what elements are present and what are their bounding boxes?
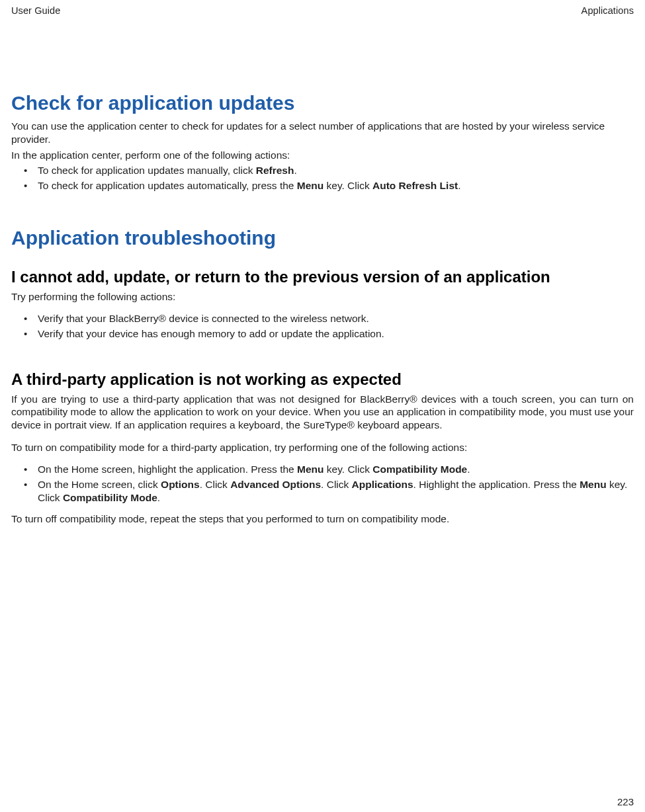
bold-text: Applications <box>352 479 413 490</box>
body-text: In the application center, perform one o… <box>11 149 634 162</box>
subheading-cannot-add: I cannot add, update, or return to the p… <box>11 268 634 286</box>
heading-check-updates: Check for application updates <box>11 92 634 114</box>
bold-text: Compatibility Mode <box>372 464 467 475</box>
text: . <box>467 464 470 475</box>
text: On the Home screen, highlight the applic… <box>38 464 297 475</box>
text: . <box>458 180 460 191</box>
header-right: Applications <box>581 5 634 16</box>
text: . Highlight the application. Press the <box>413 479 580 490</box>
text: . Click <box>321 479 352 490</box>
text: Verify that your BlackBerry® device is c… <box>38 313 369 324</box>
text: . <box>294 165 296 176</box>
page-number: 223 <box>617 796 634 807</box>
list-item: To check for application updates automat… <box>11 179 634 192</box>
bullet-list: On the Home screen, highlight the applic… <box>11 463 634 504</box>
page-header: User Guide Applications <box>11 0 634 16</box>
text: On the Home screen, click <box>38 479 161 490</box>
body-text: To turn on compatibility mode for a thir… <box>11 441 634 454</box>
bold-text: Menu <box>580 479 606 490</box>
header-left: User Guide <box>11 5 60 16</box>
bold-text: Advanced Options <box>230 479 321 490</box>
document-page: User Guide Applications Check for applic… <box>0 0 645 812</box>
body-text: To turn off compatibility mode, repeat t… <box>11 512 634 526</box>
subheading-third-party: A third-party application is not working… <box>11 370 634 389</box>
text: To check for application updates manuall… <box>38 165 256 176</box>
text: To check for application updates automat… <box>38 180 297 191</box>
text: Verify that your device has enough memor… <box>38 328 384 339</box>
body-text: You can use the application center to ch… <box>11 120 634 146</box>
text: key. Click <box>323 180 372 191</box>
text: . Click <box>200 479 231 490</box>
list-item: Verify that your device has enough memor… <box>11 327 634 341</box>
bold-text: Refresh <box>256 165 294 176</box>
bold-text: Menu <box>297 180 323 191</box>
list-item: On the Home screen, click Options. Click… <box>11 478 634 505</box>
text: key. Click <box>324 464 373 475</box>
bold-text: Compatibility Mode <box>63 492 157 503</box>
bold-text: Auto Refresh List <box>372 180 458 191</box>
body-text: Try performing the following actions: <box>11 290 634 304</box>
bullet-list: To check for application updates manuall… <box>11 164 634 192</box>
list-item: On the Home screen, highlight the applic… <box>11 463 634 476</box>
body-text: If you are trying to use a third-party a… <box>11 393 634 432</box>
heading-troubleshooting: Application troubleshooting <box>11 227 634 249</box>
text: . <box>157 492 160 503</box>
bullet-list: Verify that your BlackBerry® device is c… <box>11 312 634 341</box>
list-item: To check for application updates manuall… <box>11 164 634 177</box>
bold-text: Menu <box>297 464 323 475</box>
bold-text: Options <box>161 479 200 490</box>
list-item: Verify that your BlackBerry® device is c… <box>11 312 634 325</box>
